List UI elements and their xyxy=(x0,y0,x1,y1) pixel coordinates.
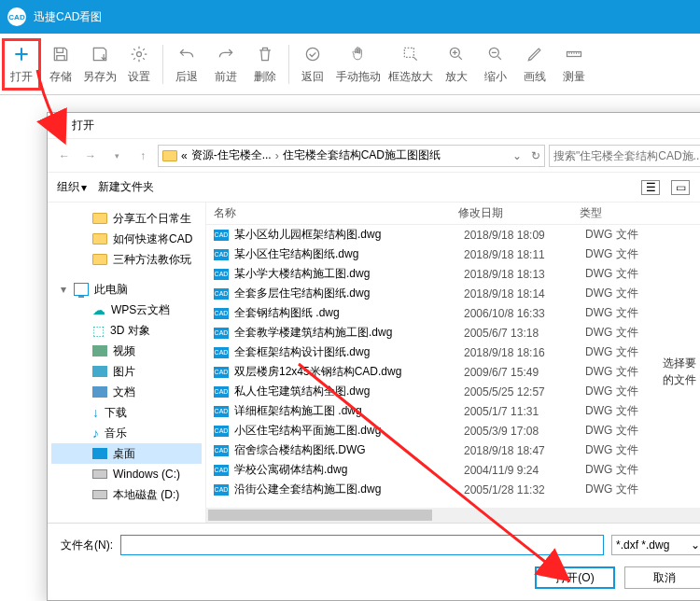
tree-node[interactable]: ▾此电脑 xyxy=(51,279,202,300)
file-date: 2004/11/9 9:24 xyxy=(464,464,585,477)
file-row[interactable]: CAD学校公寓砌体结构.dwg2004/11/9 9:24DWG 文件 xyxy=(206,460,700,480)
filename-input[interactable] xyxy=(120,535,604,555)
file-date: 2018/9/18 18:47 xyxy=(464,444,585,457)
file-row[interactable]: CAD某小区幼儿园框架结构图.dwg2018/9/18 18:09DWG 文件 xyxy=(206,225,700,245)
return-button[interactable]: 返回 xyxy=(293,38,332,91)
trash-icon xyxy=(254,43,276,65)
dwg-file-icon: CAD xyxy=(214,386,229,398)
search-box[interactable] xyxy=(549,145,700,167)
dwg-file-icon: CAD xyxy=(214,288,229,300)
back-button[interactable]: 后退 xyxy=(167,38,206,91)
file-rows: CAD某小区幼儿园框架结构图.dwg2018/9/18 18:09DWG 文件C… xyxy=(206,225,700,508)
tree-label: 图片 xyxy=(113,364,135,380)
pan-button[interactable]: 手动拖动 xyxy=(332,38,385,91)
file-list-header[interactable]: 名称 修改日期 类型 xyxy=(206,203,700,225)
col-date[interactable]: 修改日期 xyxy=(458,205,580,221)
breadcrumb[interactable]: « 资源-住宅楼全... › 住宅楼全套结构CAD施工图图纸 ⌄ ↻ xyxy=(158,145,545,167)
file-row[interactable]: CAD小区住宅结构平面施工图.dwg2005/3/9 17:08DWG 文件 xyxy=(206,421,700,440)
nav-up-icon[interactable]: ↑ xyxy=(132,145,154,167)
dwg-file-icon: CAD xyxy=(214,367,229,378)
file-name: 某小学大楼结构施工图.dwg xyxy=(234,266,464,282)
saveas-button[interactable]: 另存为 xyxy=(80,38,119,91)
file-row[interactable]: CAD全套钢结构图纸 .dwg2006/10/8 16:33DWG 文件 xyxy=(206,303,700,323)
filename-label: 文件名(N): xyxy=(61,538,113,553)
organize-button[interactable]: 组织 ▾ xyxy=(57,179,87,195)
return-icon xyxy=(301,43,324,65)
tree-node[interactable]: 如何快速将CAD xyxy=(51,229,202,249)
tree-node[interactable]: 文档 xyxy=(51,382,202,402)
filetype-select[interactable]: *.dxf *.dwg ⌄ xyxy=(611,535,700,555)
tree-node[interactable]: Windows (C:) xyxy=(51,464,202,484)
folder-tree[interactable]: 分享五个日常生如何快速将CAD三种方法教你玩▾此电脑☁WPS云文档⬚3D 对象视… xyxy=(48,203,206,523)
nav-fwd-icon[interactable]: → xyxy=(79,145,102,167)
scrollbar-horizontal[interactable] xyxy=(206,508,700,523)
file-row[interactable]: CAD某小学大楼结构施工图.dwg2018/9/18 18:13DWG 文件 xyxy=(206,264,700,284)
col-name[interactable]: 名称 xyxy=(206,205,458,221)
view-mode-icon[interactable]: ☰ xyxy=(641,180,660,195)
refresh-icon[interactable]: ↻ xyxy=(531,149,540,162)
tree-node[interactable]: 分享五个日常生 xyxy=(51,208,202,229)
doc-icon xyxy=(92,386,107,398)
col-type[interactable]: 类型 xyxy=(580,205,700,221)
tree-node[interactable]: ☁WPS云文档 xyxy=(51,300,202,320)
scrollbar-thumb[interactable] xyxy=(208,510,432,521)
save-button[interactable]: 存储 xyxy=(41,38,80,91)
zoomin-button[interactable]: 放大 xyxy=(437,38,476,91)
file-row[interactable]: CAD全套教学楼建筑结构施工图.dwg2005/6/7 13:18DWG 文件 xyxy=(206,323,700,342)
nav-back-icon[interactable]: ← xyxy=(53,145,76,167)
tree-label: Windows (C:) xyxy=(113,468,180,481)
nav-history-icon[interactable]: ▾ xyxy=(105,145,128,167)
zoomout-icon xyxy=(484,43,507,65)
tree-node[interactable]: ↓下载 xyxy=(51,402,202,423)
settings-button[interactable]: 设置 xyxy=(119,38,159,91)
open-confirm-button[interactable]: 打开(O) xyxy=(535,566,615,589)
crumb-dropdown-icon[interactable]: ⌄ xyxy=(512,149,522,162)
dialog-titlebar[interactable]: 打开 xyxy=(48,113,700,139)
file-row[interactable]: CAD双层楼房12x45米钢结构CAD.dwg2009/6/7 15:49DWG… xyxy=(206,362,700,382)
tree-node[interactable]: 视频 xyxy=(51,341,202,361)
file-type: DWG 文件 xyxy=(585,344,638,360)
file-date: 2005/1/28 11:32 xyxy=(464,483,585,496)
file-row[interactable]: CAD宿舍综合楼结构图纸.DWG2018/9/18 18:47DWG 文件 xyxy=(206,440,700,460)
folder-icon xyxy=(92,213,107,224)
folder-icon xyxy=(162,150,177,161)
file-type: DWG 文件 xyxy=(585,423,638,439)
preview-pane-icon[interactable]: ▭ xyxy=(671,180,690,195)
open-button[interactable]: 打开 xyxy=(2,38,41,91)
file-name: 宿舍综合楼结构图纸.DWG xyxy=(234,442,464,458)
search-input[interactable] xyxy=(553,149,700,162)
app-titlebar: CAD 迅捷CAD看图 xyxy=(0,0,700,34)
tree-label: WPS云文档 xyxy=(111,302,170,318)
file-date: 2005/3/9 17:08 xyxy=(464,425,585,438)
tree-node[interactable]: 桌面 xyxy=(51,443,202,464)
tree-label: 视频 xyxy=(113,343,135,359)
file-row[interactable]: CAD全套多层住宅结构图纸.dwg2018/9/18 18:14DWG 文件 xyxy=(206,284,700,303)
gear-icon xyxy=(128,43,150,65)
file-row[interactable]: CAD全套框架结构设计图纸.dwg2018/9/18 18:16DWG 文件 xyxy=(206,342,700,362)
delete-button[interactable]: 删除 xyxy=(245,38,285,91)
tree-node[interactable]: 三种方法教你玩 xyxy=(51,249,202,270)
file-row[interactable]: CAD私人住宅建筑结构全图.dwg2005/5/25 12:57DWG 文件 xyxy=(206,382,700,401)
file-date: 2018/9/18 18:09 xyxy=(464,229,585,242)
dialog-body: 分享五个日常生如何快速将CAD三种方法教你玩▾此电脑☁WPS云文档⬚3D 对象视… xyxy=(48,203,700,523)
tree-node[interactable]: ⬚3D 对象 xyxy=(51,320,202,341)
tree-node[interactable]: ♪音乐 xyxy=(51,423,202,443)
tree-node[interactable]: 本地磁盘 (D:) xyxy=(51,484,202,505)
crumb-seg2[interactable]: 住宅楼全套结构CAD施工图图纸 xyxy=(283,147,441,163)
newfolder-button[interactable]: 新建文件夹 xyxy=(98,179,154,195)
measure-button[interactable]: 测量 xyxy=(554,38,594,91)
file-type: DWG 文件 xyxy=(585,227,638,243)
file-row[interactable]: CAD某小区住宅结构图纸.dwg2018/9/18 18:11DWG 文件 xyxy=(206,245,700,264)
file-row[interactable]: CAD沿街公建全套结构施工图.dwg2005/1/28 11:32DWG 文件 xyxy=(206,480,700,499)
zoomout-button[interactable]: 缩小 xyxy=(476,38,515,91)
forward-button[interactable]: 前进 xyxy=(206,38,245,91)
cancel-button[interactable]: 取消 xyxy=(624,566,700,589)
zoombox-button[interactable]: 框选放大 xyxy=(385,38,437,91)
file-date: 2005/5/25 12:57 xyxy=(464,385,585,398)
file-row[interactable]: CAD详细框架结构施工图 .dwg2005/1/7 11:31DWG 文件 xyxy=(206,401,700,421)
crumb-seg1[interactable]: 资源-住宅楼全... xyxy=(191,147,272,163)
return-label: 返回 xyxy=(301,69,324,85)
file-type: DWG 文件 xyxy=(585,482,638,497)
tree-node[interactable]: 图片 xyxy=(51,361,202,382)
line-button[interactable]: 画线 xyxy=(515,38,554,91)
